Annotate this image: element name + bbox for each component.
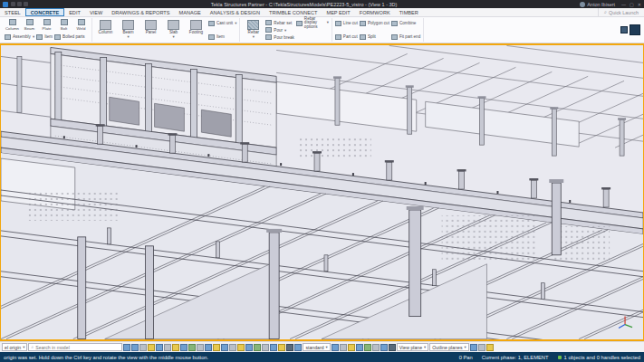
tab-formwork[interactable]: FORMWORK — [355, 8, 395, 16]
pour-view-icon[interactable] — [389, 344, 396, 351]
select-views-icon[interactable] — [197, 344, 204, 351]
close-icon[interactable]: ✕ — [638, 2, 641, 7]
slab-button[interactable]: Slab▾ — [163, 19, 184, 41]
select-points-icon[interactable] — [156, 344, 163, 351]
part-cut-button[interactable]: Part cut — [335, 33, 358, 41]
minimize-icon[interactable]: — — [621, 2, 626, 7]
select-rebar-icon[interactable] — [188, 344, 196, 351]
snap-extension-icon[interactable] — [270, 344, 277, 351]
steel-beam-button[interactable]: Beam — [22, 19, 37, 31]
select-all-icon[interactable] — [123, 344, 130, 351]
snap-midpoint-icon[interactable] — [245, 344, 253, 351]
concrete-beam-button[interactable]: Beam▾ — [118, 19, 139, 41]
view-plane-combo[interactable]: View plane▾ — [397, 343, 429, 351]
rebar-display-options-button[interactable]: Rebar display options▾ — [296, 19, 329, 27]
wall-opening — [155, 103, 185, 131]
weld-button[interactable]: Weld — [73, 19, 89, 31]
line-cut-button[interactable]: Line cut — [335, 19, 358, 27]
applications-components-icon[interactable] — [630, 24, 640, 35]
rebar-display-options-icon — [296, 21, 303, 26]
polygon-cut-button[interactable]: Polygon cut — [360, 19, 389, 27]
origin-combo[interactable]: el origin▾ — [2, 343, 27, 351]
cast-unit-button[interactable]: Cast unit▾ — [208, 19, 236, 27]
concrete-item-button[interactable]: Item — [208, 33, 236, 41]
selection-status: 1 objects and 0 handles selected — [558, 355, 640, 360]
maximize-icon[interactable]: ▢ — [630, 2, 634, 7]
pour-button[interactable]: Pour▾ — [265, 26, 293, 33]
user-account[interactable]: Anton Ibisert — [580, 2, 615, 7]
select-surfaces-icon[interactable] — [148, 344, 155, 351]
snap-reference-icon[interactable] — [205, 344, 212, 351]
steel-plate-button[interactable]: Plate — [39, 19, 54, 31]
hole-pattern — [553, 226, 610, 262]
tab-drawings-reports[interactable]: DRAWINGS & REPORTS — [107, 8, 174, 16]
tab-analysis-design[interactable]: ANALYSIS & DESIGN — [206, 8, 264, 16]
select-bolts-icon[interactable] — [180, 344, 187, 351]
direct-modification-icon[interactable] — [380, 344, 388, 351]
model-search[interactable]: ⌕ — [28, 343, 122, 351]
tab-timber[interactable]: TIMBER — [395, 8, 423, 16]
tab-view[interactable]: VIEW — [85, 8, 107, 16]
footing-button[interactable]: Footing — [186, 19, 207, 41]
snap-endpoint-icon[interactable] — [237, 344, 245, 351]
tab-mep-edit[interactable]: MEP EDIT — [322, 8, 354, 16]
bolted-parts-button[interactable]: Bolted parts — [54, 33, 85, 41]
select-welds-icon[interactable] — [172, 344, 179, 351]
rebar-button[interactable]: Rebar▾ — [243, 19, 264, 41]
quick-launch[interactable]: ⌕ Quick Launch — [598, 8, 644, 16]
snap-intersection-icon[interactable] — [254, 344, 261, 351]
select-components-icon[interactable] — [131, 344, 139, 351]
flight-mode-icon[interactable] — [470, 344, 477, 351]
select-parts-icon[interactable] — [139, 344, 147, 351]
select-grids-icon[interactable] — [164, 344, 171, 351]
model-viewport[interactable] — [0, 43, 644, 341]
snap-any-icon[interactable] — [229, 344, 236, 351]
smart-select-icon[interactable] — [372, 344, 380, 351]
steel-column-button[interactable]: Column — [5, 19, 20, 31]
outline-planes-combo[interactable]: Outline planes▾ — [429, 343, 468, 351]
free-snap-icon[interactable] — [294, 344, 302, 351]
locked-coordinates-icon[interactable] — [356, 344, 363, 351]
model-3d-view[interactable] — [1, 45, 643, 339]
chevron-down-icon: ▾ — [253, 35, 255, 40]
tab-concrete[interactable]: CONCRETE — [25, 8, 64, 16]
assembly-button[interactable]: Assembly▾ — [5, 33, 34, 41]
snap-nearest-icon[interactable] — [221, 344, 228, 351]
drag-drop-icon[interactable] — [364, 344, 371, 351]
ortho-toggle-icon[interactable] — [278, 344, 285, 351]
concrete-column-button[interactable]: Column — [95, 19, 116, 41]
panel-button[interactable]: Panel — [140, 19, 161, 41]
tab-edit[interactable]: EDIT — [64, 8, 85, 16]
combine-button[interactable]: Combine — [391, 19, 420, 27]
snap-perpendicular-icon[interactable] — [262, 344, 269, 351]
chevron-down-icon: ▾ — [33, 34, 34, 39]
bolt-button[interactable]: Bolt — [56, 19, 72, 31]
split-button[interactable]: Split — [360, 33, 389, 41]
snap-depth-icon[interactable] — [340, 344, 347, 351]
grid-snap-icon[interactable] — [286, 344, 293, 351]
tab-steel[interactable]: STEEL — [0, 8, 25, 16]
xsnap-icon[interactable] — [348, 344, 355, 351]
concrete-column-icon — [100, 20, 111, 30]
work-plane-icon[interactable] — [478, 344, 485, 351]
panel-icon — [145, 20, 157, 30]
search-icon: ⌕ — [604, 9, 607, 15]
search-input[interactable] — [35, 345, 115, 350]
pour-break-button[interactable]: Pour break — [265, 33, 293, 41]
undo-icon[interactable] — [17, 2, 22, 6]
tab-manage[interactable]: MANAGE — [175, 8, 206, 16]
bolt-icon — [61, 19, 68, 25]
save-icon[interactable] — [11, 2, 15, 6]
redo-icon[interactable] — [24, 2, 28, 6]
item-button[interactable]: Item — [36, 33, 53, 41]
fit-part-end-button[interactable]: Fit part end — [391, 33, 420, 41]
snap-override-icon[interactable] — [332, 344, 339, 351]
search-icon: ⌕ — [31, 344, 34, 350]
snap-geometry-icon[interactable] — [213, 344, 220, 351]
auto-rotate-icon[interactable] — [486, 344, 494, 351]
tab-trimble-connect[interactable]: TRIMBLE CONNECT — [264, 8, 322, 16]
snap-settings-combo[interactable]: standard▾ — [303, 343, 330, 351]
rebar-set-button[interactable]: Rebar set — [265, 19, 293, 26]
side-pane-icon[interactable] — [620, 26, 628, 33]
button-label: Pour — [274, 28, 283, 33]
